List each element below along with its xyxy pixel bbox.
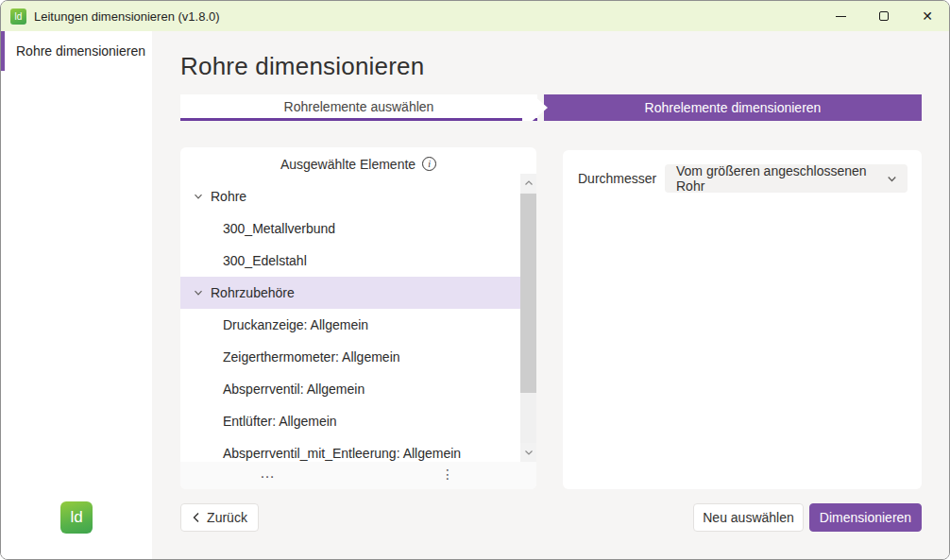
info-icon[interactable]: i xyxy=(422,157,436,171)
maximize-icon xyxy=(879,11,889,21)
titlebar: ld Leitungen dimensionieren (v1.8.0) ✕ xyxy=(1,1,949,31)
tree-item-zeigerthermometer[interactable]: Zeigerthermometer: Allgemein xyxy=(180,341,520,373)
chevron-down-icon xyxy=(886,173,898,185)
close-icon: ✕ xyxy=(922,9,933,23)
tree-group-rohrzubehoere[interactable]: Rohrzubehöre xyxy=(180,277,520,309)
wizard-steps: Rohrelemente auswählen Rohrelemente dime… xyxy=(180,94,922,121)
back-button-label: Zurück xyxy=(207,510,247,525)
tree-item-label: Absperrventil: Allgemein xyxy=(223,382,365,397)
dimension-button[interactable]: Dimensionieren xyxy=(809,503,922,532)
tree-item-absperrventil[interactable]: Absperrventil: Allgemein xyxy=(180,373,520,405)
dimension-settings-panel: Durchmesser Vom größeren angeschlossenen… xyxy=(563,150,922,489)
tree-item-label: Entlüfter: Allgemein xyxy=(223,414,337,429)
chevron-left-icon xyxy=(192,512,200,523)
chevron-down-icon[interactable] xyxy=(193,191,204,202)
chevron-up-icon xyxy=(524,179,534,187)
tree-item-druckanzeige[interactable]: Druckanzeige: Allgemein xyxy=(180,309,520,341)
tree-item-300-edelstahl[interactable]: 300_Edelstahl xyxy=(180,245,520,277)
dimension-button-label: Dimensionieren xyxy=(820,510,911,525)
tree-item-label: Druckanzeige: Allgemein xyxy=(223,317,368,332)
diameter-row: Durchmesser Vom größeren angeschlossenen… xyxy=(578,164,908,193)
elements-tree: Rohre 300_Metallverbund 300_Edelstahl Ro… xyxy=(180,180,520,469)
selected-elements-header: Ausgewählte Elemente i xyxy=(180,147,536,180)
step-label: Rohrelemente dimensionieren xyxy=(645,100,822,115)
tree-item-label: 300_Edelstahl xyxy=(223,253,307,268)
app-logo: ld xyxy=(60,501,93,534)
new-selection-label: Neu auswählen xyxy=(703,510,794,525)
sidebar-item-label: Rohre dimensionieren xyxy=(16,43,145,59)
tree-item-label: Zeigerthermometer: Allgemein xyxy=(223,349,400,365)
tree-item-label: Rohrzubehöre xyxy=(211,285,295,300)
app-icon: ld xyxy=(10,8,26,25)
elements-panel-footer: … ⋮ xyxy=(180,462,536,489)
back-button[interactable]: Zurück xyxy=(180,503,259,532)
new-selection-button[interactable]: Neu auswählen xyxy=(693,503,804,532)
sidebar: Rohre dimensionieren ld xyxy=(1,31,152,559)
scrollbar-thumb[interactable] xyxy=(520,194,536,393)
diameter-label: Durchmesser xyxy=(578,171,656,186)
window-title: Leitungen dimensionieren (v1.8.0) xyxy=(34,9,220,24)
maximize-button[interactable] xyxy=(862,1,906,31)
tree-item-label: Absperrventil_mit_Entleerung: Allgemein xyxy=(223,446,461,461)
minimize-icon xyxy=(836,16,846,17)
step-rohrelemente-auswaehlen[interactable]: Rohrelemente auswählen xyxy=(180,94,537,121)
tree-item-label: 300_Metallverbund xyxy=(223,221,335,236)
diameter-dropdown-value: Vom größeren angeschlossenen Rohr xyxy=(676,163,886,194)
diameter-dropdown[interactable]: Vom größeren angeschlossenen Rohr xyxy=(665,164,908,193)
more-vertical-icon[interactable]: ⋮ xyxy=(441,467,454,482)
step-rohrelemente-dimensionieren[interactable]: Rohrelemente dimensionieren xyxy=(544,94,922,121)
close-button[interactable]: ✕ xyxy=(906,1,949,31)
selected-elements-panel: Ausgewählte Elemente i Rohre 300_Metallv… xyxy=(180,147,536,489)
more-horizontal-icon[interactable]: … xyxy=(260,465,277,482)
step-label: Rohrelemente auswählen xyxy=(284,99,434,114)
main-content: Rohre dimensionieren Rohrelemente auswäh… xyxy=(152,31,949,559)
tree-scrollbar[interactable] xyxy=(520,174,536,462)
tree-group-rohre[interactable]: Rohre xyxy=(180,180,520,212)
window-controls: ✕ xyxy=(819,1,949,31)
page-title: Rohre dimensionieren xyxy=(180,52,424,81)
selected-elements-title: Ausgewählte Elemente xyxy=(280,157,416,172)
chevron-down-icon xyxy=(524,449,534,456)
tree-item-label: Rohre xyxy=(211,189,246,204)
minimize-button[interactable] xyxy=(819,1,862,31)
tree-item-300-metallverbund[interactable]: 300_Metallverbund xyxy=(180,212,520,245)
scroll-down-button[interactable] xyxy=(520,443,536,462)
sidebar-item-rohre-dimensionieren[interactable]: Rohre dimensionieren xyxy=(1,31,152,71)
chevron-down-icon[interactable] xyxy=(193,287,204,298)
app-window: ld Leitungen dimensionieren (v1.8.0) ✕ R… xyxy=(0,0,950,560)
scroll-up-button[interactable] xyxy=(520,174,536,193)
tree-item-entluefter[interactable]: Entlüfter: Allgemein xyxy=(180,405,520,437)
